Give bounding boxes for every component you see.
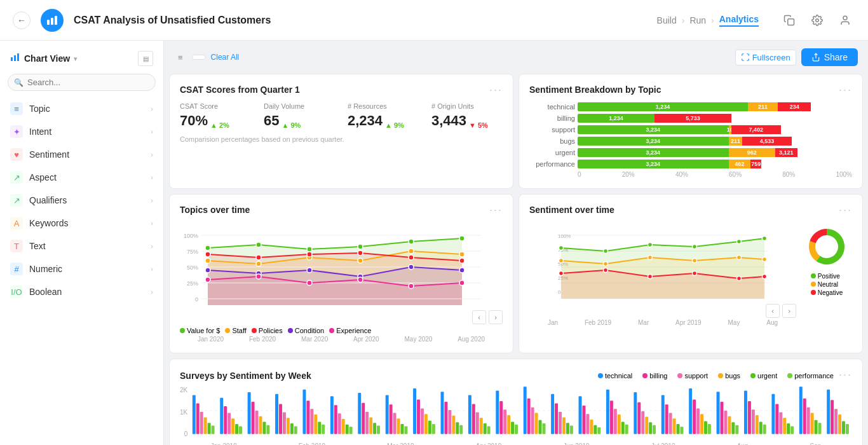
topic-icon: ≡ (10, 102, 23, 115)
svg-rect-162 (579, 396, 582, 434)
search-input[interactable] (8, 74, 156, 91)
sidebar-item-keywords[interactable]: A Keywords › (0, 212, 163, 235)
sidebar-label-numeric: Numeric (29, 264, 62, 274)
svg-rect-171 (618, 414, 621, 434)
svg-rect-208 (787, 423, 790, 434)
sidebar-item-text[interactable]: T Text › (0, 235, 163, 257)
svg-rect-3 (788, 18, 794, 25)
svg-rect-132 (441, 392, 444, 434)
filter-pill[interactable] (192, 55, 206, 60)
step-build[interactable]: Build (657, 15, 677, 25)
clear-all-button[interactable]: Clear All (211, 53, 240, 62)
donut-chart (804, 224, 849, 269)
svg-rect-164 (587, 414, 590, 434)
svg-rect-219 (838, 414, 841, 434)
sentiment-icon: ♥ (10, 148, 23, 161)
topics-more-button[interactable]: ··· (489, 203, 503, 217)
sidebar-item-left-aspect: ↗ Aspect (10, 171, 57, 184)
donut-legend: PositiveNeutralNegative (811, 273, 843, 298)
sidebar-item-aspect[interactable]: ↗ Aspect › (0, 166, 163, 189)
svg-rect-174 (634, 392, 637, 434)
sidebar-collapse-button[interactable]: ▤ (138, 51, 153, 66)
svg-point-4 (816, 18, 819, 22)
svg-rect-165 (590, 420, 593, 434)
user-button[interactable] (835, 10, 855, 31)
svg-rect-99 (287, 418, 290, 434)
sentiment-more-button[interactable]: ··· (839, 83, 852, 97)
svg-point-68 (693, 259, 697, 263)
svg-rect-196 (732, 422, 735, 434)
topics-legend-Policies: Policies (252, 327, 283, 334)
svg-rect-199 (748, 401, 751, 434)
svg-point-44 (205, 277, 210, 282)
csat-more-button[interactable]: ··· (489, 83, 503, 97)
settings-button[interactable] (807, 10, 827, 31)
svg-rect-140 (476, 413, 479, 434)
sentiment-over-time-inner: 100%75%50%25%0 ‹ › JanFeb 2019MarApr 201… (529, 222, 852, 299)
numeric-chevron: › (151, 265, 153, 273)
svg-rect-148 (511, 421, 514, 434)
svg-point-61 (648, 243, 653, 247)
fullscreen-button[interactable]: Fullscreen (735, 50, 796, 65)
numeric-icon: # (10, 263, 23, 275)
svg-rect-147 (507, 415, 510, 434)
share-button[interactable]: Share (801, 48, 858, 66)
copy-button[interactable] (779, 10, 799, 31)
bar-label-5: performance (529, 160, 575, 168)
boolean-icon: I/O (10, 285, 23, 298)
sidebar-item-intent[interactable]: ✦ Intent › (0, 120, 163, 143)
nav-steps: Build › Run › Analytics (657, 14, 759, 27)
svg-rect-117 (369, 417, 372, 434)
search-icon: 🔍 (14, 78, 24, 87)
sidebar-item-numeric[interactable]: # Numeric › (0, 257, 163, 280)
bar-green-3: 3,234 (578, 137, 729, 146)
chart-view-toggle[interactable]: Chart View ▾ (10, 52, 77, 65)
csat-metrics: CSAT Score 70% ▲ 2% Daily Volume 65 ▲ 9%… (180, 102, 503, 129)
bar-track-5: 3,234 462 759 (578, 160, 852, 168)
sidebar-item-topic[interactable]: ≡ Topic › (0, 97, 163, 120)
svg-point-45 (256, 274, 261, 279)
svg-text:0: 0 (558, 289, 561, 295)
svg-rect-125 (405, 426, 408, 434)
svg-rect-119 (377, 426, 380, 434)
svg-rect-176 (641, 411, 644, 434)
filter-icon[interactable]: ≡ (174, 50, 187, 65)
sentiment-prev-button[interactable]: ‹ (766, 304, 780, 318)
step-run[interactable]: Run (689, 15, 706, 25)
topics-next-button[interactable]: › (489, 310, 503, 324)
step-analytics[interactable]: Analytics (719, 14, 759, 27)
text-icon: T (10, 240, 23, 252)
sentiment-card-title: Sentiment Breakdown by Topic (529, 85, 852, 95)
svg-rect-94 (263, 421, 266, 434)
svg-rect-97 (279, 404, 282, 434)
svg-rect-96 (275, 394, 278, 434)
sidebar-item-boolean[interactable]: I/O Boolean › (0, 280, 163, 303)
bar-red-1: 5,733 (654, 114, 731, 123)
sidebar-label-intent: Intent (29, 127, 51, 137)
topics-prev-button[interactable]: ‹ (472, 310, 486, 324)
sidebar-label-sentiment: Sentiment (29, 149, 69, 160)
svg-rect-217 (831, 400, 834, 434)
svg-rect-218 (834, 409, 837, 434)
svg-rect-181 (665, 404, 668, 434)
svg-rect-128 (421, 408, 424, 434)
sentiment-bar-row-1: billing 1,234 5,733 (529, 114, 852, 123)
surveys-more-button[interactable]: ··· (839, 368, 852, 381)
sentiment-next-button[interactable]: › (782, 304, 796, 318)
sidebar-item-qualifiers[interactable]: ↗ Qualifiers › (0, 189, 163, 212)
back-button[interactable]: ← (13, 11, 31, 29)
surveys-legend-billing: billing (642, 372, 667, 380)
app-logo (41, 9, 64, 32)
sentiment-time-more-button[interactable]: ··· (839, 203, 852, 217)
svg-rect-115 (362, 403, 365, 434)
sentiment-chevron: › (151, 151, 153, 158)
svg-rect-82 (208, 423, 211, 434)
svg-rect-206 (780, 413, 783, 434)
chart-view-label: Chart View (24, 53, 70, 64)
svg-point-22 (307, 247, 312, 252)
svg-rect-180 (661, 395, 665, 434)
svg-rect-205 (776, 404, 779, 434)
sidebar-item-sentiment[interactable]: ♥ Sentiment › (0, 143, 163, 166)
bar-green-0: 1,234 (578, 102, 748, 111)
aspect-chevron: › (151, 174, 153, 181)
